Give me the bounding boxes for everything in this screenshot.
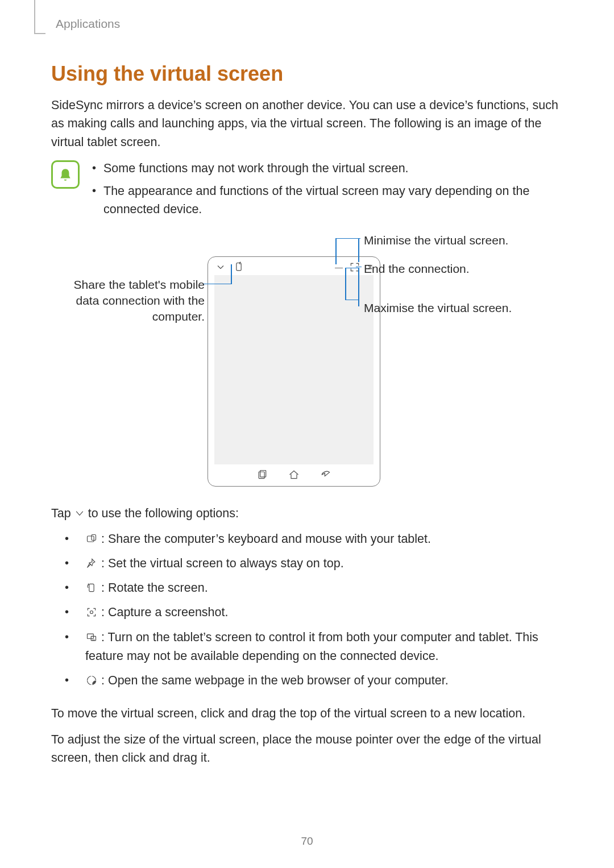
option-text: : Capture a screenshot.	[98, 605, 228, 619]
tablet-frame: — ✕	[208, 256, 380, 487]
svg-rect-2	[260, 470, 266, 477]
dual-screen-icon	[85, 631, 98, 643]
option-text: : Share the computer’s keyboard and mous…	[98, 532, 431, 546]
tablet-screen	[214, 275, 374, 464]
screenshot-icon	[85, 606, 98, 618]
tap-suffix: to use the following options:	[88, 506, 239, 521]
option-item: : Open the same webpage in the web brows…	[51, 671, 569, 690]
svg-point-6	[90, 611, 93, 614]
home-icon	[288, 468, 300, 481]
chevron-down-icon	[73, 507, 86, 520]
svg-rect-1	[259, 472, 264, 479]
option-text: : Open the same webpage in the web brows…	[98, 674, 449, 687]
svg-rect-5	[89, 584, 94, 591]
leader-line	[358, 268, 359, 306]
option-item: : Capture a screenshot.	[51, 603, 569, 622]
page-title: Using the virtual screen	[51, 62, 569, 86]
rotate-icon	[85, 582, 98, 594]
intro-paragraph: SideSync mirrors a device’s screen on an…	[51, 96, 569, 151]
callout-share-data: Share the tablet's mobile data connectio…	[57, 277, 205, 325]
share-tether-icon	[233, 261, 245, 273]
leader-line	[335, 238, 337, 264]
tap-instruction: Tap to use the following options:	[51, 506, 569, 521]
option-item: : Set the virtual screen to always stay …	[51, 554, 569, 573]
option-item: : Rotate the screen.	[51, 579, 569, 597]
leader-line	[345, 268, 346, 300]
leader-line	[345, 300, 359, 301]
tap-prefix: Tap	[51, 506, 71, 521]
option-text: : Rotate the screen.	[98, 581, 208, 595]
resize-instruction: To adjust the size of the virtual screen…	[51, 730, 569, 767]
move-instruction: To move the virtual screen, click and dr…	[51, 704, 569, 722]
back-icon	[320, 468, 332, 481]
option-item: : Share the computer’s keyboard and mous…	[51, 530, 569, 549]
pin-icon	[85, 557, 98, 570]
svg-rect-3	[88, 536, 94, 542]
keyboard-mouse-share-icon	[85, 533, 98, 545]
option-text: : Set the virtual screen to always stay …	[98, 556, 344, 570]
header-corner-mark	[34, 0, 45, 34]
leader-line	[204, 284, 232, 285]
section-label: Applications	[56, 17, 569, 31]
option-text: : Turn on the tablet’s screen to control…	[85, 630, 538, 663]
chevron-down-icon	[214, 261, 227, 273]
recent-apps-icon	[256, 468, 268, 481]
leader-line	[345, 268, 359, 269]
page-number: 70	[0, 835, 614, 848]
note-item: Some functions may not work through the …	[90, 159, 569, 177]
callout-end-connection: End the connection.	[364, 261, 470, 277]
callout-minimise: Minimise the virtual screen.	[364, 232, 508, 248]
option-item: : Turn on the tablet’s screen to control…	[51, 628, 569, 666]
leader-line	[231, 264, 232, 284]
bell-icon	[51, 160, 80, 189]
svg-rect-0	[237, 263, 241, 270]
note-item: The appearance and functions of the virt…	[90, 182, 569, 219]
leader-line	[358, 238, 359, 262]
virtual-screen-diagram: — ✕ Minimise the virtual screen. End the…	[51, 234, 574, 489]
web-browser-icon	[85, 674, 98, 687]
leader-line	[335, 238, 360, 239]
callout-maximise: Maximise the virtual screen.	[364, 300, 512, 316]
